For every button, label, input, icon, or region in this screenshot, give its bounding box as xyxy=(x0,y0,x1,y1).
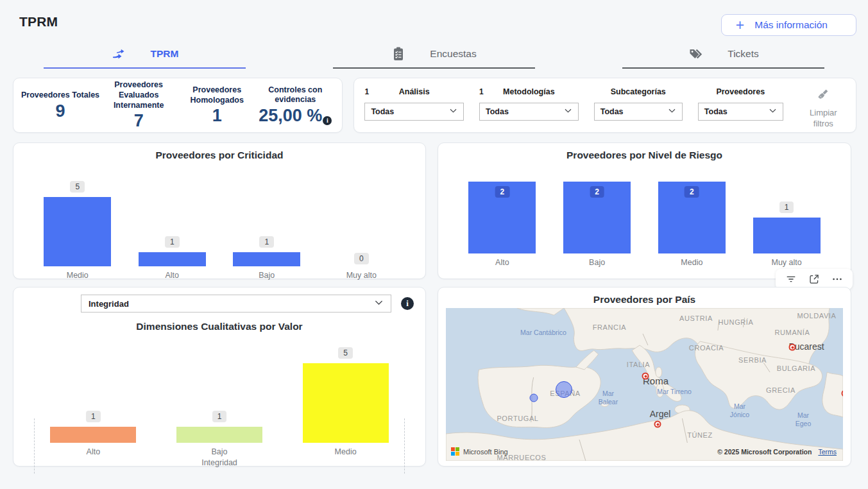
bar-slot-muy-alto[interactable]: 0 xyxy=(328,253,395,266)
bar-slot-medio[interactable]: 5 xyxy=(44,181,111,266)
popout-icon[interactable] xyxy=(805,272,823,286)
bar-slot-bajo[interactable]: 1 xyxy=(176,411,262,443)
info-icon[interactable]: i xyxy=(401,297,414,310)
map-attribution: © 2025 Microsoft Corporation Terms xyxy=(717,448,837,456)
bar[interactable] xyxy=(233,252,300,266)
filter-label: Metodologías xyxy=(496,87,562,96)
bar-slot-medio[interactable]: 5 xyxy=(303,347,389,443)
axis-guide xyxy=(34,418,35,474)
analisis-dropdown[interactable]: Todas xyxy=(364,103,464,121)
category-label: Bajo xyxy=(563,258,631,267)
filter-label: Proveedores xyxy=(715,87,767,96)
filter-icon[interactable] xyxy=(782,272,800,286)
chevron-down-icon xyxy=(448,106,458,118)
tab-encuestas[interactable]: Encuestas xyxy=(289,46,579,69)
filter-subcategorias: Subcategorías Todas xyxy=(594,86,683,121)
category-label: Muy alto xyxy=(753,258,821,267)
map-city-marker[interactable] xyxy=(789,344,796,351)
page-title: TPRM xyxy=(19,14,58,30)
bar[interactable]: 2 xyxy=(658,182,726,253)
kpi-label: Controles con evidencias xyxy=(256,85,334,105)
filter-label: Análisis xyxy=(381,87,447,96)
data-label: 1 xyxy=(259,236,274,248)
more-options-icon[interactable] xyxy=(828,272,846,286)
more-info-label: Más información xyxy=(754,19,828,31)
terms-link[interactable]: Terms xyxy=(818,448,837,456)
bar[interactable] xyxy=(44,197,111,266)
kpi-label: Proveedores Totales xyxy=(21,90,99,101)
kpi-proveedores-totales: Proveedores Totales 9 xyxy=(21,90,99,120)
filter-proveedores: Proveedores Todas xyxy=(698,86,783,121)
chart-title: Dimensiones Cualitativas por Valor xyxy=(13,321,425,332)
kpi-proveedores-homologados: Proveedores Homologados 1 xyxy=(178,85,256,125)
header: TPRM + Más información xyxy=(0,0,868,36)
riesgo-bar-plot: 2221 xyxy=(455,176,834,253)
dimensiones-category-axis: AltoBajoMedio xyxy=(30,447,409,456)
plus-icon: + xyxy=(736,19,744,31)
provider-location-bubble[interactable] xyxy=(556,381,572,398)
tprm-dashboard: TPRM + Más información TPRM xyxy=(0,0,868,489)
bar[interactable]: 2 xyxy=(468,182,536,253)
tab-label: Encuestas xyxy=(430,48,476,60)
kpi-value: 1 xyxy=(178,107,256,124)
bar[interactable] xyxy=(176,427,262,443)
bing-logo: Microsoft Bing xyxy=(451,447,508,456)
kpi-proveedores-evaluados: Proveedores Evaluados Internamente 7 xyxy=(99,80,178,130)
bar[interactable] xyxy=(753,218,821,253)
metodologias-dropdown[interactable]: Todas xyxy=(479,103,579,121)
copyright-label: © 2025 Microsoft Corporation xyxy=(717,448,812,456)
filter-count: 1 xyxy=(364,87,381,96)
subcategorias-dropdown[interactable]: Todas xyxy=(594,103,683,121)
kpi-label: Proveedores Evaluados Internamente xyxy=(99,80,178,110)
data-label: 1 xyxy=(779,202,794,213)
bar[interactable] xyxy=(139,252,206,266)
data-label: 2 xyxy=(590,186,604,198)
x-axis-title: Integridad xyxy=(13,458,425,467)
bar-slot-alto[interactable]: 2 xyxy=(468,182,536,253)
category-label: Alto xyxy=(468,258,536,267)
tags-icon xyxy=(688,46,703,62)
map-city-marker[interactable] xyxy=(654,421,661,428)
data-label: 5 xyxy=(70,181,85,193)
category-label: Alto xyxy=(139,271,206,280)
filter-metodologias: 1 Metodologías Todas xyxy=(479,86,579,121)
filter-label: Subcategorías xyxy=(611,87,666,96)
bar-slot-alto[interactable]: 1 xyxy=(50,411,136,443)
chevron-down-icon xyxy=(667,106,677,118)
criticidad-category-axis: MedioAltoBajoMuy alto xyxy=(30,271,409,280)
clear-filters-label: Limpiar filtros xyxy=(800,108,847,130)
bar-slot-bajo[interactable]: 1 xyxy=(233,236,300,266)
bar[interactable] xyxy=(303,363,389,443)
category-label: Medio xyxy=(44,271,111,280)
bar-slot-alto[interactable]: 1 xyxy=(139,236,206,266)
info-icon[interactable]: i xyxy=(323,116,332,125)
category-label: Medio xyxy=(303,447,389,456)
bar[interactable]: 2 xyxy=(563,182,631,253)
kpi-value: 7 xyxy=(99,112,178,130)
dimensiones-bar-plot: 115 xyxy=(30,347,409,443)
more-info-button[interactable]: + Más información xyxy=(721,14,856,36)
chart-title: Proveedores por País xyxy=(438,294,851,305)
provider-location-bubble[interactable] xyxy=(530,394,538,402)
bing-map[interactable]: FRANCIAAUSTRIAHUNGRÍAMOLDAVIARUMANÍACROA… xyxy=(446,308,843,461)
riesgo-category-axis: AltoBajoMedioMuy alto xyxy=(455,258,834,267)
clear-filters-button[interactable]: Limpiar filtros xyxy=(800,87,847,130)
dimension-dropdown[interactable]: Integridad xyxy=(81,295,391,313)
charts-grid: Proveedores por Criticidad 5110 MedioAlt… xyxy=(13,142,856,467)
proveedores-dropdown[interactable]: Todas xyxy=(698,103,783,121)
survey-clipboard-icon xyxy=(391,46,405,62)
tab-label: TPRM xyxy=(151,48,179,60)
kpi-value: 9 xyxy=(21,102,99,120)
category-label: Muy alto xyxy=(328,271,395,280)
bar-slot-medio[interactable]: 2 xyxy=(658,182,726,253)
tab-tickets[interactable]: Tickets xyxy=(579,46,868,69)
bar-slot-muy-alto[interactable]: 1 xyxy=(753,202,821,253)
bar-slot-bajo[interactable]: 2 xyxy=(563,182,631,253)
map-city-marker[interactable] xyxy=(642,373,649,380)
tab-tprm[interactable]: TPRM xyxy=(0,46,289,69)
map-base-layer xyxy=(446,308,843,461)
category-label: Alto xyxy=(50,447,136,456)
data-label: 1 xyxy=(86,411,101,422)
data-label: 1 xyxy=(165,236,180,248)
bar[interactable] xyxy=(50,427,136,443)
